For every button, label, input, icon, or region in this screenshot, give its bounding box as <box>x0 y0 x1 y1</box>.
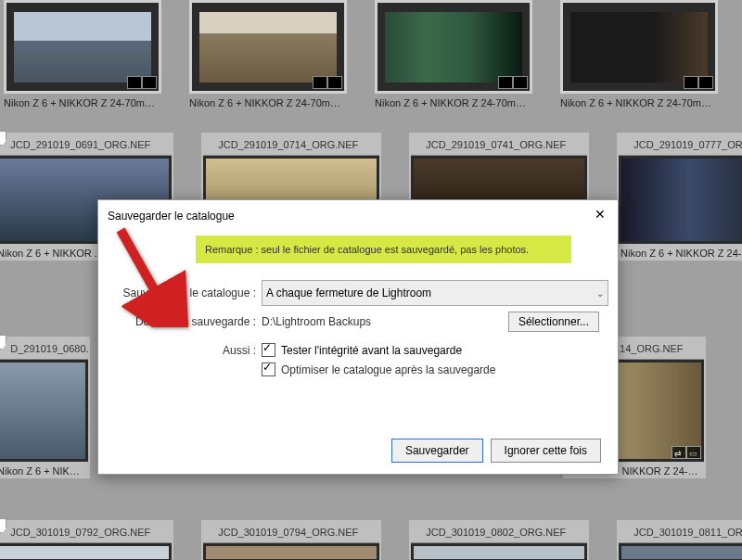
optimize-checkbox[interactable] <box>262 363 275 376</box>
integrity-checkbox[interactable] <box>262 343 275 357</box>
save-button[interactable]: Sauvegarder <box>391 439 483 463</box>
camera-caption: Nikon Z 6 + NIKKOR Z 24-70mm... <box>619 244 742 259</box>
folder-label: Dossier de sauvegarde : <box>117 315 262 328</box>
thumbnail-cell[interactable]: Nikon Z 6 + NIKKOR Z 24-70mm... <box>189 0 347 108</box>
sync-icon <box>127 76 142 89</box>
select-folder-button[interactable]: Sélectionner... <box>508 312 599 332</box>
dialog-title: Sauvegarder le catalogue <box>108 210 235 223</box>
grid-row-4: JCD_301019_0792_ORG.NEF⊸ JCD_301019_0794… <box>0 520 742 560</box>
thumbnail[interactable] <box>4 0 161 94</box>
thumbnail[interactable] <box>189 0 347 94</box>
skip-button[interactable]: Ignorer cette fois <box>491 439 601 463</box>
also-label: Aussi : <box>117 344 262 357</box>
thumbnail[interactable] <box>560 0 718 94</box>
chevron-down-icon: ⌄ <box>596 288 604 299</box>
filename: JCD_291019_0714_ORG.NEF <box>218 139 358 150</box>
thumbnail-cell[interactable]: JCD_301019_0792_ORG.NEF⊸ <box>0 520 173 560</box>
camera-caption: Nikon Z 6 + NIKKOR Z 24-70mm... <box>560 97 718 108</box>
camera-caption: Nikon Z 6 + NIKKOR Z 24-70mm... <box>189 97 347 108</box>
schedule-select[interactable]: A chaque fermeture de Lightroom ⌄ <box>262 280 608 306</box>
thumbnail-cell[interactable]: Nikon Z 6 + NIKKOR Z 24-70mm... <box>375 0 532 108</box>
frame-icon <box>142 76 157 89</box>
thumbnail-cell[interactable]: JCD_301019_0794_ORG.NEF⊸ <box>201 520 381 560</box>
close-button[interactable]: ✕ <box>592 208 608 224</box>
integrity-checkbox-label: Tester l'intégrité avant la sauvegarde <box>281 344 462 357</box>
camera-caption: Nikon Z 6 + NIKKOR Z 24-70mm... <box>4 97 161 108</box>
note-banner: Remarque : seul le fichier de catalogue … <box>196 235 571 263</box>
schedule-value: A chaque fermeture de Lightroom <box>266 286 431 299</box>
thumbnail-cell[interactable]: JCD_301019_0811_ORG.NEF⊸ <box>617 520 742 560</box>
filename: JCD_291019_0777_ORG.NEF <box>633 139 742 150</box>
folder-path: D:\Lightroom Backups <box>262 315 371 328</box>
thumbnail-cell[interactable]: JCD_291019_0777_ORG.NEF⊸ Nikon Z 6 + NIK… <box>617 133 742 261</box>
backup-catalog-dialog: Sauvegarder le catalogue ✕ Remarque : se… <box>97 199 619 475</box>
optimize-checkbox-label: Optimiser le catalogue après la sauvegar… <box>281 363 495 376</box>
thumbnail-cell[interactable]: Nikon Z 6 + NIKKOR Z 24-70mm... <box>560 0 718 108</box>
thumbnail[interactable] <box>375 0 532 94</box>
filename: JCD_291019_0691_ORG.NEF <box>10 139 150 150</box>
grid-row-1: Nikon Z 6 + NIKKOR Z 24-70mm... Nikon Z … <box>0 0 718 108</box>
camera-caption: Nikon Z 6 + NIKKOR Z 24-70mm... <box>375 97 532 108</box>
schedule-label: Sauvegarder le catalogue : <box>117 286 262 299</box>
thumbnail-cell[interactable]: JCD_301019_0802_ORG.NEF⊸ <box>409 520 589 560</box>
filename: JCD_291019_0741_ORG.NEF <box>426 139 566 150</box>
thumbnail-cell[interactable]: Nikon Z 6 + NIKKOR Z 24-70mm... <box>4 0 161 108</box>
thumbnail-cell[interactable]: D_291019_0680... Nikon Z 6 + NIKKOR ... <box>0 337 90 478</box>
